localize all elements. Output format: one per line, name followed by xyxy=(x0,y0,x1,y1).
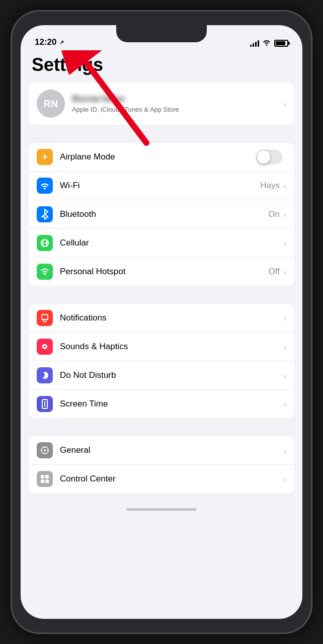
avatar: RN xyxy=(37,90,65,118)
status-time: 12:20 ↗ xyxy=(35,37,64,47)
screen-time-label: Screen Time xyxy=(60,399,284,409)
alerts-section: Notifications › Sounds & Haptics › xyxy=(29,304,294,418)
battery-icon xyxy=(274,40,288,47)
airplane-mode-icon: ✈ xyxy=(37,149,53,165)
wifi-row[interactable]: Wi-Fi Hays › xyxy=(29,172,294,200)
chevron-icon: › xyxy=(284,446,286,455)
control-center-row[interactable]: Control Center › xyxy=(29,465,294,493)
chevron-icon: › xyxy=(284,268,286,276)
hotspot-label: Personal Hotspot xyxy=(60,267,269,277)
bluetooth-icon xyxy=(37,206,53,222)
status-icons xyxy=(250,39,288,47)
chevron-icon: › xyxy=(284,210,286,219)
svg-rect-6 xyxy=(42,314,48,319)
wifi-value: Hays xyxy=(260,181,280,191)
cellular-icon xyxy=(37,235,53,251)
chevron-icon: › xyxy=(284,100,286,108)
chevron-icon: › xyxy=(284,314,286,323)
cellular-row[interactable]: Cellular › xyxy=(29,229,294,258)
airplane-mode-row[interactable]: ✈ Airplane Mode xyxy=(29,143,294,172)
general-icon xyxy=(37,442,53,458)
wifi-status-icon xyxy=(262,39,271,47)
phone-frame: 12:20 ↗ xyxy=(11,10,312,634)
page-title: Settings xyxy=(21,50,302,83)
signal-strength-icon xyxy=(250,40,259,47)
bluetooth-label: Bluetooth xyxy=(60,209,268,219)
wifi-label: Wi-Fi xyxy=(60,181,260,191)
connectivity-section: ✈ Airplane Mode Wi-Fi Hays › xyxy=(29,143,294,286)
svg-rect-21 xyxy=(45,479,49,483)
screen-time-icon xyxy=(37,396,53,412)
home-indicator xyxy=(126,508,197,511)
apple-id-info: Blurred Name Apple ID, iCloud, iTunes & … xyxy=(72,94,284,113)
notifications-icon xyxy=(37,310,53,326)
apple-id-subtitle: Apple ID, iCloud, iTunes & App Store xyxy=(72,106,284,113)
control-center-label: Control Center xyxy=(60,474,284,484)
wifi-icon xyxy=(37,178,53,194)
toggle-thumb xyxy=(257,150,270,164)
notifications-row[interactable]: Notifications › xyxy=(29,304,294,333)
chevron-icon: › xyxy=(284,343,286,351)
dnd-icon xyxy=(37,367,53,383)
content-scroll[interactable]: Settings RN Blurred Name Apple ID, iClou… xyxy=(21,50,302,619)
chevron-icon: › xyxy=(284,475,286,484)
screen: 12:20 ↗ xyxy=(21,25,302,619)
hotspot-row[interactable]: Personal Hotspot Off › xyxy=(29,258,294,286)
screen-time-row[interactable]: Screen Time › xyxy=(29,390,294,418)
cellular-label: Cellular xyxy=(60,238,284,248)
dnd-row[interactable]: Do Not Disturb › xyxy=(29,361,294,390)
svg-point-13 xyxy=(44,449,46,451)
svg-rect-19 xyxy=(45,475,49,478)
svg-rect-20 xyxy=(41,479,44,483)
clock: 12:20 xyxy=(35,37,56,47)
sounds-row[interactable]: Sounds & Haptics › xyxy=(29,333,294,361)
location-arrow-icon: ↗ xyxy=(59,39,64,46)
apple-id-row[interactable]: RN Blurred Name Apple ID, iCloud, iTunes… xyxy=(29,83,294,125)
sounds-label: Sounds & Haptics xyxy=(60,342,284,352)
sounds-icon xyxy=(37,339,53,355)
chevron-icon: › xyxy=(284,371,286,380)
svg-point-11 xyxy=(44,406,46,407)
chevron-icon: › xyxy=(284,239,286,248)
general-label: General xyxy=(60,445,284,455)
svg-point-5 xyxy=(44,273,46,275)
airplane-mode-label: Airplane Mode xyxy=(60,152,256,162)
bluetooth-row[interactable]: Bluetooth On › xyxy=(29,200,294,229)
hotspot-value: Off xyxy=(269,267,280,277)
apple-id-name: Blurred Name xyxy=(72,94,284,104)
hotspot-icon xyxy=(37,264,53,280)
bluetooth-value: On xyxy=(268,209,280,219)
apple-id-section: RN Blurred Name Apple ID, iCloud, iTunes… xyxy=(29,83,294,125)
general-row[interactable]: General › xyxy=(29,436,294,465)
control-center-icon xyxy=(37,471,53,487)
general-section: General › Control Center › xyxy=(29,436,294,493)
airplane-mode-toggle[interactable] xyxy=(256,149,282,165)
chevron-icon: › xyxy=(284,182,286,190)
notifications-label: Notifications xyxy=(60,313,284,323)
svg-rect-18 xyxy=(41,475,44,478)
notch xyxy=(116,25,207,42)
dnd-label: Do Not Disturb xyxy=(60,370,284,380)
chevron-icon: › xyxy=(284,400,286,409)
svg-point-8 xyxy=(44,346,46,348)
